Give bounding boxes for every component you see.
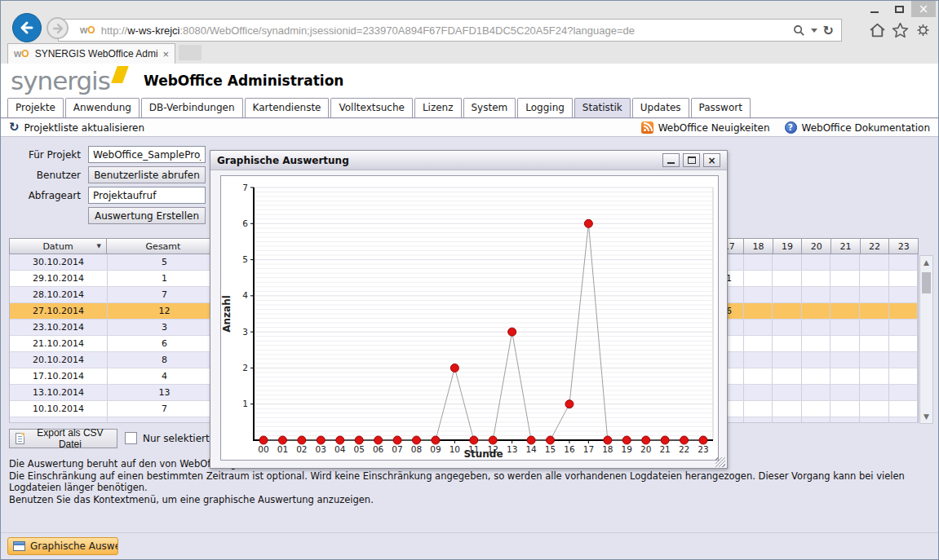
tab-lizenz[interactable]: Lizenz [414, 98, 462, 117]
col-header-hour-23[interactable]: 23 [888, 238, 919, 254]
site-favicon: wO [80, 24, 95, 36]
table-cell [744, 368, 773, 384]
tab-updates[interactable]: Updates [632, 98, 689, 117]
create-report-button[interactable]: Auswertung Erstellen [88, 207, 206, 224]
svg-text:07: 07 [392, 444, 402, 454]
table-cell [860, 303, 889, 319]
user-label: Benutzer [1, 170, 81, 181]
table-cell [773, 368, 802, 384]
col-header-hour-22[interactable]: 22 [860, 238, 890, 254]
col-header-datum[interactable]: Datum▼ [9, 238, 107, 254]
refresh-project-list-label: Projektliste aktualisieren [24, 122, 145, 134]
querytype-input[interactable] [88, 187, 206, 204]
forward-button[interactable] [47, 17, 69, 39]
weboffice-news-link[interactable]: WebOffice Neuigkeiten [641, 121, 770, 134]
table-cell: 27.10.2014 [10, 303, 108, 319]
dialog-minimize-button[interactable] [662, 153, 680, 167]
col-header-hour-19[interactable]: 19 [773, 238, 803, 254]
project-input[interactable] [88, 146, 206, 163]
table-cell [889, 303, 919, 319]
tab-logging[interactable]: Logging [517, 98, 573, 117]
table-cell [10, 417, 108, 423]
svg-text:01: 01 [277, 444, 288, 454]
svg-text:08: 08 [411, 444, 422, 454]
table-cell [860, 287, 889, 302]
table-cell: 20.10.2014 [10, 352, 108, 368]
svg-text:13: 13 [507, 444, 517, 454]
svg-text:20: 20 [640, 444, 651, 454]
back-button[interactable] [12, 13, 42, 42]
table-cell: 29.10.2014 [10, 271, 108, 286]
table-cell [802, 336, 831, 351]
toolbar: ↻ Projektliste aktualisieren WebOffice N… [1, 119, 938, 137]
export-csv-button[interactable]: Export als CSV Datei [9, 429, 117, 448]
info-line-3: Benutzen Sie das Kontextmenü, um eine gr… [9, 494, 935, 506]
svg-text:Stunde: Stunde [463, 448, 503, 460]
table-scrollbar[interactable]: ▲ ▼ [919, 255, 933, 424]
window-close-button[interactable]: × [911, 1, 936, 17]
settings-gear-icon[interactable] [915, 22, 932, 38]
tab-db-verbindungen[interactable]: DB-Verbindungen [141, 98, 243, 117]
csv-file-icon [16, 433, 24, 444]
tab-close-icon[interactable]: × [157, 48, 169, 60]
url-text[interactable]: http://w-ws-krejci:8080/WebOffice/synadm… [101, 24, 786, 37]
dialog-maximize-button[interactable] [683, 153, 700, 167]
browser-tab[interactable]: wO SYNERGIS WebOffice Admi... × [7, 43, 175, 64]
window-minimize-button[interactable] [862, 1, 887, 17]
scroll-up-icon[interactable]: ▲ [920, 256, 932, 269]
tab-statistik[interactable]: Statistik [574, 98, 631, 117]
back-arrow-icon [18, 19, 36, 37]
table-cell [773, 320, 802, 335]
tab-passwort[interactable]: Passwort [691, 98, 751, 117]
table-cell [889, 287, 919, 302]
col-header-hour-20[interactable]: 20 [801, 238, 831, 254]
svg-text:14: 14 [525, 444, 537, 454]
table-cell [889, 401, 919, 417]
col-header-gesamt[interactable]: Gesamt [106, 238, 220, 254]
fetch-user-list-button[interactable]: Benutzerliste abrufen [88, 166, 206, 183]
table-cell [830, 417, 860, 423]
dialog-title: Graphische Auswertung [217, 155, 349, 166]
svg-text:6: 6 [242, 218, 248, 228]
col-header-hour-21[interactable]: 21 [830, 238, 861, 254]
scrollbar-thumb[interactable] [922, 272, 931, 293]
weboffice-docs-link[interactable]: ? WebOffice Dokumentation [785, 121, 931, 134]
table-cell [802, 352, 831, 368]
svg-text:Anzahl: Anzahl [221, 295, 233, 333]
table-cell: 30.10.2014 [10, 254, 108, 270]
chart-svg: 1234567000102030405060708091011121314151… [221, 176, 718, 460]
search-dropdown-icon[interactable] [811, 29, 817, 33]
tab-anwendung[interactable]: Anwendung [65, 98, 140, 117]
tab-system[interactable]: System [463, 98, 516, 117]
address-bar[interactable]: wO http://w-ws-krejci:8080/WebOffice/syn… [58, 19, 842, 42]
dialog-resize-grip[interactable] [715, 457, 725, 467]
search-icon[interactable] [793, 24, 805, 37]
table-cell [744, 271, 773, 286]
scroll-down-icon[interactable]: ▼ [920, 410, 932, 423]
col-header-hour-18[interactable]: 18 [743, 238, 773, 254]
table-cell [860, 401, 889, 417]
home-icon[interactable] [869, 22, 886, 38]
svg-text:1: 1 [242, 399, 248, 408]
table-cell: 12 [108, 303, 222, 319]
window-icon [13, 541, 25, 551]
svg-text:19: 19 [622, 444, 632, 454]
favorites-star-icon[interactable] [892, 22, 909, 38]
page-refresh-icon[interactable]: ↻ [823, 23, 834, 38]
only-selected-checkbox[interactable] [125, 432, 137, 444]
window-maximize-button[interactable] [887, 1, 911, 17]
refresh-project-list-button[interactable]: ↻ Projektliste aktualisieren [9, 121, 144, 134]
tab-volltextsuche[interactable]: Volltextsuche [330, 98, 412, 117]
new-tab-button[interactable] [179, 45, 202, 60]
dialog-titlebar[interactable]: Graphische Auswertung × [210, 151, 727, 170]
export-csv-label: Export als CSV Datei [29, 427, 111, 450]
table-cell [744, 417, 773, 423]
tab-title: SYNERGIS WebOffice Admi... [35, 48, 158, 60]
svg-text:4: 4 [242, 290, 248, 300]
tab-kartendienste[interactable]: Kartendienste [245, 98, 330, 117]
dialog-close-button[interactable]: × [703, 153, 720, 167]
site-header: synergis WebOffice Administration [1, 64, 938, 97]
table-cell [889, 336, 919, 351]
tab-projekte[interactable]: Projekte [7, 98, 64, 117]
dialog-task-button[interactable]: Graphische Auswer... [7, 537, 118, 555]
